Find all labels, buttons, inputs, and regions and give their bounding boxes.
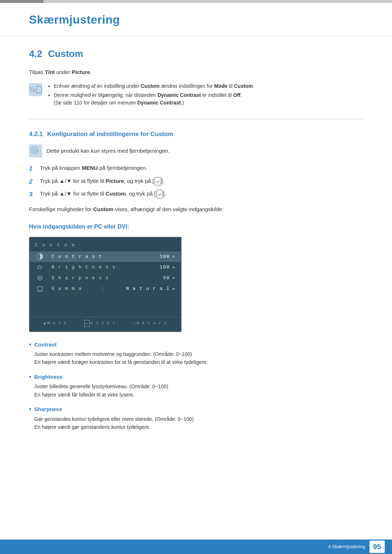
sharpness-desc-text: Gør genstandes kontur tydeligere eller m… (34, 415, 363, 431)
footer-section-label: 4 Skærmjustering (328, 543, 365, 550)
main-content: 4.2 Custom Tilpas Tint under Picture. En… (0, 47, 392, 467)
note-sub: (Se side 110 for detaljer om menuen Dyna… (54, 100, 184, 106)
monitor-bottom-enter: ↵ E n t e r (84, 320, 115, 327)
step-2: 2 Tryk på ▲/▼ for at flytte til Picture,… (29, 177, 363, 186)
brightness-desc-title: Brightness (34, 373, 363, 381)
remote-note-icon (29, 144, 42, 157)
desc-item-brightness: Brightness Juster billedets generelle ly… (29, 373, 363, 399)
intro-bold: Tint (45, 69, 55, 75)
top-bar-accent (0, 0, 44, 3)
footer-page-number: 95 (369, 541, 385, 553)
enter-label: E n t e r (91, 320, 115, 327)
monitor-bottom-move: ▲ M o v e (44, 320, 67, 327)
monitor-item-brightness: B r i g h t n e s s 100 ▶ (30, 262, 181, 273)
step-2-text: Tryk på ▲/▼ for at flytte til Picture, o… (40, 177, 164, 186)
step-1-text: Tryk på knappen MENU på fjernbetjeningen… (40, 164, 147, 172)
enter-icon-2 (155, 177, 161, 186)
monitor-bottom-return: ○ R e t u r n (133, 320, 167, 327)
return-symbol: ○ (133, 320, 136, 327)
step-3-text: Tryk på ▲/▼ for at flytte til Custom, og… (40, 190, 166, 198)
note-item-1: Enhver ændring af en indstilling under C… (54, 82, 363, 90)
gamma-label: G a m m a (52, 285, 82, 292)
brightness-icon-col (33, 264, 46, 271)
subsection-number: 4.2.1 (29, 131, 43, 138)
sharpness-arrow: ▶ (173, 275, 176, 281)
svg-rect-10 (38, 266, 41, 269)
contrast-desc-text: Juster kontrasten mellem motiverne og ba… (34, 350, 363, 366)
page-title: Skærmjustering (29, 13, 120, 26)
note-item-2: Denne mulighed er tilgængelig, når tilst… (54, 91, 363, 107)
gamma-icon-col (33, 285, 46, 292)
intro-bold2: Picture (72, 69, 90, 75)
different-options-para: Forskellige muligheder for Custom vises,… (29, 205, 363, 214)
monitor-empty-1 (30, 294, 181, 304)
diff-opt-text: Forskellige muligheder for (29, 206, 93, 212)
step-1-num: 1 (29, 164, 36, 173)
monitor-empty-2 (30, 304, 181, 315)
desc-item-sharpness: Sharpness Gør genstandes kontur tydelige… (29, 405, 363, 431)
brightness-arrow: ▶ (173, 264, 176, 271)
divider (29, 119, 363, 119)
note-content: Enhver ændring af en indstilling under C… (46, 82, 363, 108)
section-header: 4.2 Custom (29, 47, 363, 61)
note-list: Enhver ændring af en indstilling under C… (46, 82, 363, 107)
svg-rect-14 (37, 287, 42, 290)
enter-icon-3 (156, 190, 163, 198)
gamma-arrow: ▶ (173, 286, 176, 292)
step-3: 3 Tryk på ▲/▼ for at flytte til Custom, … (29, 190, 363, 199)
page-header: Skærmjustering (0, 0, 392, 36)
brightness-label: B r i g h t n e s s (52, 264, 116, 271)
sharpness-desc-content: Sharpness Gør genstandes kontur tydelige… (34, 405, 363, 431)
intro-end: . (90, 69, 91, 75)
sharpness-icon-col (33, 274, 46, 282)
sharpness-value: 50 (163, 275, 170, 282)
contrast-icon-col (33, 253, 46, 260)
remote-note-text: Dette produkt kan kun styres med fjernbe… (46, 147, 170, 155)
page-footer: 4 Skærmjustering 95 (0, 539, 392, 554)
svg-point-13 (39, 277, 41, 279)
monitor-wrapper: C u s t o m C o n t r a s t 100 ▶ (29, 237, 181, 332)
svg-marker-9 (36, 150, 38, 152)
step-2-num: 2 (29, 177, 36, 186)
move-label: M o v e (48, 320, 67, 327)
monitor-mockup: C u s t o m C o n t r a s t 100 ▶ (29, 237, 181, 332)
section-title: Custom (48, 48, 83, 59)
monitor-item-gamma: G a m m a : N a t u r a l ▶ (30, 283, 181, 294)
contrast-arrow: ▶ (173, 254, 176, 260)
gamma-value: N a t u r a l (126, 285, 170, 292)
enter-symbol: ↵ (84, 320, 90, 327)
subsection-header: 4.2.1 Konfiguration af indstillingerne f… (29, 130, 363, 139)
brightness-icon (36, 264, 44, 271)
note-icon (29, 83, 42, 96)
contrast-desc-content: Contrast Juster kontrasten mellem motive… (34, 341, 363, 366)
monitor-title: C u s t o m (30, 241, 181, 251)
step-3-num: 3 (29, 190, 36, 199)
gamma-icon (36, 285, 44, 292)
remote-note-box: Dette produkt kan kun styres med fjernbe… (29, 144, 363, 157)
desc-item-contrast: Contrast Juster kontrasten mellem motive… (29, 341, 363, 366)
contrast-label: C o n t r a s t (52, 253, 102, 260)
top-bar (0, 0, 392, 3)
contrast-value: 100 (160, 253, 170, 260)
subsection-title: Konfiguration af indstillingerne for Cus… (47, 131, 173, 138)
diff-opt-rest: vises, afhængigt af den valgte indgangsk… (114, 206, 224, 212)
intro-text: Tilpas (29, 69, 45, 75)
section-number: 4.2 (29, 48, 42, 59)
brightness-desc-text: Juster billedets generelle lysstyrkenive… (34, 382, 363, 399)
step-list: 1 Tryk på knappen MENU på fjernbetjening… (29, 164, 363, 199)
desc-list: Contrast Juster kontrasten mellem motive… (29, 341, 363, 431)
if-heading: Hvis indgangskilden er PC eller DVI: (29, 222, 363, 231)
sharpness-desc-title: Sharpness (34, 405, 363, 414)
svg-marker-4 (33, 89, 35, 91)
move-symbol: ▲ (44, 320, 46, 327)
return-label: R e t u r n (136, 320, 167, 327)
intro-paragraph: Tilpas Tint under Picture. (29, 68, 363, 77)
brightness-value: 100 (160, 264, 170, 271)
diff-opt-bold: Custom (93, 206, 114, 212)
contrast-desc-title: Contrast (34, 341, 363, 349)
brightness-desc-content: Brightness Juster billedets generelle ly… (34, 373, 363, 399)
sharpness-icon (36, 274, 44, 282)
contrast-icon (37, 253, 43, 260)
sharpness-label: S h a r p n e s s (52, 275, 109, 282)
step-1: 1 Tryk på knappen MENU på fjernbetjening… (29, 164, 363, 173)
